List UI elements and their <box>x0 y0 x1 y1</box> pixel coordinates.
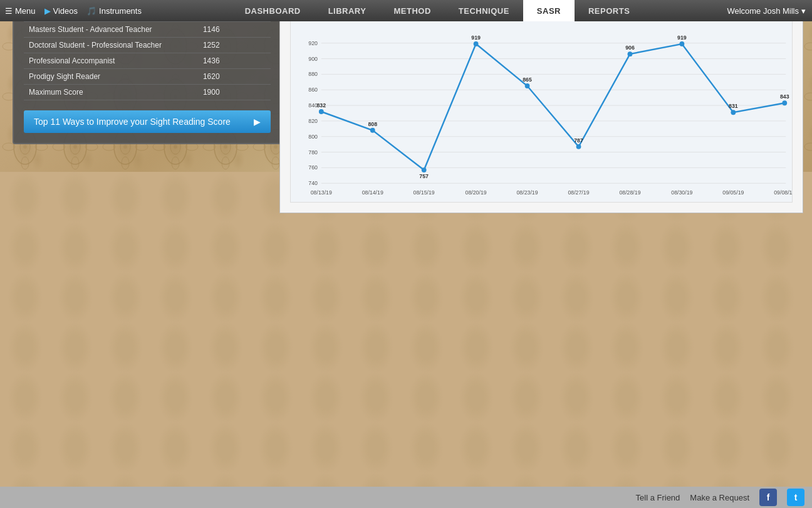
svg-text:08/30/19: 08/30/19 <box>671 189 692 196</box>
chart-panel: Standard A Assessment of S Sight R Readi… <box>279 21 803 213</box>
welcome-text: Welcome Josh Mills <box>727 6 799 16</box>
svg-text:08/28/19: 08/28/19 <box>619 189 640 196</box>
svg-text:900: 900 <box>308 55 318 61</box>
score-cell: 1252 <box>198 38 271 53</box>
svg-point-39 <box>370 128 375 133</box>
svg-point-40 <box>422 167 427 172</box>
menu-icon: ☰ <box>5 6 13 16</box>
svg-text:860: 860 <box>308 87 318 93</box>
twitter-label: t <box>794 492 798 502</box>
svg-point-43 <box>576 144 581 149</box>
dropdown-icon[interactable]: ▾ <box>801 6 806 16</box>
svg-text:08/23/19: 08/23/19 <box>516 189 538 196</box>
improve-button[interactable]: Top 11 Ways to Improve your Sight Readin… <box>24 110 271 133</box>
menu-label: Menu <box>15 6 36 16</box>
table-row: Maximum Score1900 <box>24 85 271 100</box>
footer: Tell a Friend Make a Request f t <box>0 487 812 508</box>
instruments-icon: 🎵 <box>86 6 96 16</box>
svg-text:08/15/19: 08/15/19 <box>414 189 435 196</box>
score-cell: 1436 <box>198 53 271 69</box>
nav-sasr[interactable]: SASR <box>523 0 575 21</box>
svg-point-47 <box>782 100 787 105</box>
level-cell: Maximum Score <box>24 85 198 100</box>
svg-text:760: 760 <box>308 164 318 171</box>
score-cell: 1620 <box>198 69 271 85</box>
svg-text:08/20/19: 08/20/19 <box>466 189 487 196</box>
instruments-label: Instruments <box>99 6 142 16</box>
chart-svg: .grid-line { stroke: #ccc; stroke-width:… <box>291 21 792 202</box>
level-cell: Professional Accompanist <box>24 53 198 69</box>
level-cell: Doctoral Student - Professional Teacher <box>24 38 198 53</box>
nav-library[interactable]: LIBRARY <box>315 0 380 21</box>
nav-links: DASHBOARD LIBRARY METHOD TECHNIQUE SASR … <box>163 0 712 21</box>
videos-button[interactable]: ▶ Videos <box>44 6 78 16</box>
svg-text:08/13/19: 08/13/19 <box>311 189 332 196</box>
svg-text:800: 800 <box>308 134 318 140</box>
svg-text:740: 740 <box>308 180 318 186</box>
svg-text:820: 820 <box>308 118 318 124</box>
svg-text:919: 919 <box>677 34 687 41</box>
main-background: ✦ ✦ Your SASR score is 843 Level Average… <box>0 21 812 508</box>
svg-text:757: 757 <box>419 173 429 179</box>
svg-text:920: 920 <box>308 40 318 46</box>
facebook-label: f <box>767 492 770 502</box>
tell-friend-link[interactable]: Tell a Friend <box>636 493 680 502</box>
svg-text:09/08/19: 09/08/19 <box>774 189 792 196</box>
svg-text:780: 780 <box>308 149 318 155</box>
svg-text:906: 906 <box>625 45 635 51</box>
table-row: Prodigy Sight Reader1620 <box>24 69 271 85</box>
svg-point-42 <box>525 83 530 88</box>
nav-dashboard[interactable]: DASHBOARD <box>231 0 315 21</box>
svg-point-38 <box>319 109 324 114</box>
arrow-icon: ▶ <box>254 117 261 127</box>
svg-text:865: 865 <box>523 77 532 83</box>
score-cell: 1900 <box>198 85 271 100</box>
svg-point-44 <box>628 51 633 56</box>
svg-text:880: 880 <box>308 71 318 77</box>
svg-point-41 <box>474 41 479 46</box>
make-request-link[interactable]: Make a Request <box>690 493 749 502</box>
table-row: Masters Student - Advanced Teacher1146 <box>24 22 271 38</box>
score-table: Level Average Score Early Beginner Stude… <box>24 21 271 100</box>
score-panel: ✦ ✦ Your SASR score is 843 Level Average… <box>13 21 282 144</box>
table-row: Doctoral Student - Professional Teacher1… <box>24 38 271 53</box>
nav-technique[interactable]: TECHNIQUE <box>445 0 523 21</box>
svg-text:843: 843 <box>780 93 789 100</box>
svg-point-45 <box>679 41 684 46</box>
svg-text:831: 831 <box>729 103 738 109</box>
svg-text:08/27/19: 08/27/19 <box>568 189 589 196</box>
nav-method[interactable]: METHOD <box>380 0 444 21</box>
navigation-bar: ☰ Menu ▶ Videos 🎵 Instruments DASHBOARD … <box>0 0 812 21</box>
facebook-button[interactable]: f <box>759 489 777 506</box>
instruments-button[interactable]: 🎵 Instruments <box>86 6 142 16</box>
user-welcome: Welcome Josh Mills ▾ <box>712 6 812 16</box>
level-cell: Masters Student - Advanced Teacher <box>24 22 198 38</box>
table-row: Professional Accompanist1436 <box>24 53 271 69</box>
svg-text:808: 808 <box>368 121 377 127</box>
svg-text:919: 919 <box>471 34 481 41</box>
score-chart: .grid-line { stroke: #ccc; stroke-width:… <box>290 21 793 203</box>
play-icon: ▶ <box>44 6 51 16</box>
twitter-button[interactable]: t <box>787 489 804 506</box>
svg-text:787: 787 <box>574 137 583 144</box>
svg-text:832: 832 <box>316 102 326 108</box>
level-cell: Prodigy Sight Reader <box>24 69 198 85</box>
score-cell: 1146 <box>198 22 271 38</box>
svg-text:08/14/19: 08/14/19 <box>362 189 383 196</box>
nav-reports[interactable]: REPORTS <box>575 0 643 21</box>
svg-point-46 <box>731 110 736 115</box>
videos-label: Videos <box>53 6 78 16</box>
menu-button[interactable]: ☰ Menu <box>5 6 36 16</box>
improve-button-label: Top 11 Ways to Improve your Sight Readin… <box>34 117 231 127</box>
svg-text:09/05/19: 09/05/19 <box>722 189 744 196</box>
